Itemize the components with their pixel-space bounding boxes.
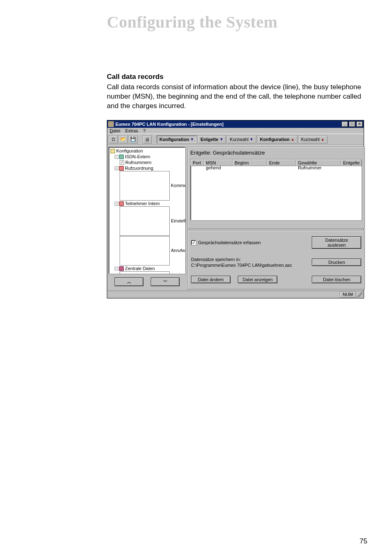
folder-icon <box>111 149 115 153</box>
app-icon <box>108 121 114 127</box>
capture-records-checkbox[interactable]: ✓ <box>191 240 196 245</box>
arrow-down-icon: ▼ <box>250 137 254 141</box>
tree-anrufweiterschaltung[interactable]: Anrufweiterschaltung <box>110 236 184 266</box>
change-file-button[interactable]: Datei ändern <box>191 276 231 283</box>
konfiguration-up-button[interactable]: Konfiguration▲ <box>257 135 297 143</box>
maximize-button[interactable]: □ <box>349 121 355 127</box>
arrow-up-icon: ▲ <box>321 137 325 141</box>
th-rufnummer[interactable]: Gewählte Rufnummer <box>296 159 341 166</box>
print-records-button[interactable]: Drucken <box>312 259 361 266</box>
page-icon <box>120 236 170 266</box>
page-number: 75 <box>360 537 367 545</box>
expander-icon[interactable]: - <box>115 155 118 159</box>
expander-icon[interactable]: - <box>115 202 118 206</box>
window-title: Eumex 704PC LAN Konfiguration - [Einstel… <box>115 122 224 127</box>
save-button[interactable]: 💾 <box>129 135 138 143</box>
menu-datei[interactable]: Datei <box>110 128 120 133</box>
gear-icon <box>119 266 124 271</box>
person-icon <box>119 201 124 206</box>
tree-zd-einstellungen[interactable]: Einstellungen <box>110 271 184 274</box>
printer-icon: 🖨 <box>145 137 150 142</box>
menubar: Datei Extras ? <box>107 128 364 134</box>
arrow-up-icon: ▲ <box>291 137 295 141</box>
app-window: Eumex 704PC LAN Konfiguration - [Einstel… <box>107 120 364 298</box>
tree-teilnehmer-intern[interactable]: -Teilnehmer Intern <box>110 201 184 206</box>
tree-zentrale-daten[interactable]: -Zentrale Daten <box>110 266 184 271</box>
status-bar: NUM <box>107 291 364 298</box>
tree-isdn-extern[interactable]: -ISDN-Extern <box>110 154 184 159</box>
save-in-label: Datensätze speichern in: <box>191 257 308 262</box>
panel-top: Entgelte: Gesprächsdatensätze Port MSN g… <box>187 147 365 229</box>
print-button[interactable]: 🖨 <box>143 135 152 143</box>
collapse-all-button[interactable]: ︽ <box>115 277 143 286</box>
panel-bottom: ✓ Gesprächsdatensätze erfassen Datensätz… <box>187 230 365 289</box>
expander-icon[interactable]: - <box>115 267 118 270</box>
tree-konfiguration[interactable]: Konfiguration <box>110 148 184 154</box>
telephone-icon <box>119 166 124 171</box>
tree-pane[interactable]: Konfiguration -ISDN-Extern Rufnummern -R… <box>108 147 186 274</box>
entgelte-down-button[interactable]: Entgelte▼ <box>198 135 226 143</box>
new-file-icon: 🗋 <box>111 137 116 142</box>
tree-rufzuordnung[interactable]: -Rufzuordnung <box>110 165 184 171</box>
open-button[interactable]: 📂 <box>119 135 128 143</box>
open-folder-icon: 📂 <box>120 136 126 142</box>
menu-extras[interactable]: Extras <box>125 128 138 133</box>
show-file-button[interactable]: Datei anzeigen <box>238 276 277 283</box>
page-title: Configuring the System <box>107 12 367 32</box>
tree-kommend[interactable]: Kommend <box>110 171 184 201</box>
arrow-down-icon: ▼ <box>190 137 194 141</box>
minimize-button[interactable]: _ <box>341 121 348 127</box>
th-ende[interactable]: Ende <box>267 159 296 166</box>
section-heading: Call data records <box>107 73 367 81</box>
th-port[interactable]: Port <box>191 159 204 166</box>
capture-records-label: Gesprächsdatensätze erfassen <box>198 240 261 245</box>
toolbar: 🗋 📂 💾 🖨 Konfiguration▼ Entgelte▼ Kurzwah… <box>107 134 364 145</box>
expand-all-button[interactable]: ︾ <box>151 277 180 286</box>
th-entgelte[interactable]: Entgelte <box>341 159 362 166</box>
page-icon <box>120 271 170 274</box>
panel-title: Entgelte: Gesprächsdatensätze <box>190 150 362 156</box>
kurzwahl-up-button[interactable]: Kurzwahl▲ <box>298 135 327 143</box>
titlebar: Eumex 704PC LAN Konfiguration - [Einstel… <box>107 120 364 128</box>
th-beginn[interactable]: Beginn <box>233 159 267 166</box>
status-num: NUM <box>340 291 356 298</box>
tree-ti-einstellungen[interactable]: Einstellungen <box>110 206 184 236</box>
new-button[interactable]: 🗋 <box>109 135 118 143</box>
kurzwahl-down-button[interactable]: Kurzwahl▼ <box>227 135 256 143</box>
resize-grip-icon[interactable] <box>357 291 362 297</box>
arrow-down-icon: ▼ <box>219 137 223 141</box>
save-disk-icon: 💾 <box>130 136 136 142</box>
save-path: C:\Programme\Eumex 704PC LAN\gebuehren.a… <box>191 262 308 268</box>
records-table[interactable]: Port MSN gehend Beginn Ende Gewählte Ruf… <box>190 159 362 221</box>
menu-help[interactable]: ? <box>143 128 145 133</box>
konfiguration-down-button[interactable]: Konfiguration▼ <box>157 135 197 143</box>
read-records-button[interactable]: Datensätze auslesen <box>312 236 361 249</box>
page-icon <box>120 206 170 236</box>
page-icon <box>120 171 170 201</box>
delete-file-button[interactable]: Datei löschen <box>312 276 361 283</box>
section-body: Call data records consist of information… <box>107 83 367 111</box>
check-icon <box>120 160 124 165</box>
tree-rufnummern[interactable]: Rufnummern <box>110 159 184 165</box>
globe-icon <box>119 155 124 159</box>
close-button[interactable]: × <box>356 121 363 127</box>
expander-icon[interactable]: - <box>115 166 118 170</box>
th-msn[interactable]: MSN gehend <box>204 159 233 166</box>
